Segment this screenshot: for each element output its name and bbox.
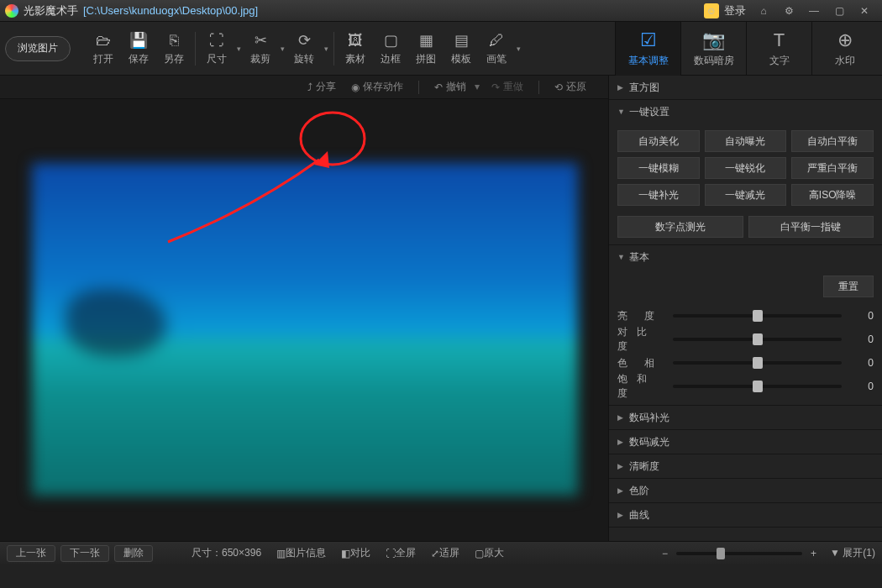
section-onekey[interactable]: ▼一键设置 [609,100,882,123]
text-icon: T [774,29,785,51]
chevron-right-icon: ▶ [617,511,624,519]
rotate-button[interactable]: ⟳旋转 [286,26,322,71]
brush-dropdown[interactable]: ▾ [514,45,522,53]
material-icon: 🖼 [348,30,363,50]
tab-watermark[interactable]: ⊕水印 [811,22,877,76]
browse-images-button[interactable]: 浏览图片 [5,36,71,61]
chevron-right-icon: ▶ [617,413,624,422]
adjust-side-panel: ▶直方图 ▼一键设置 自动美化 自动曝光 自动白平衡 一键模糊 一键锐化 严重白… [608,76,882,541]
tab-darkroom[interactable]: 📷数码暗房 [680,22,746,76]
zoom-slider[interactable] [676,552,802,555]
tab-text[interactable]: T文字 [746,22,811,76]
minimize-button[interactable]: — [801,3,827,19]
slider-thumb[interactable] [753,357,763,369]
section-curves[interactable]: ▶曲线 [609,503,882,527]
file-path: [C:\Users\kunduogx\Desktop\00.jpg] [83,4,258,17]
prev-image-button[interactable]: 上一张 [7,545,55,562]
frame-button[interactable]: ▢边框 [373,26,408,71]
section-levels[interactable]: ▶色阶 [609,479,882,502]
template-icon: ▤ [454,30,469,50]
chevron-down-icon: ▼ [617,108,624,116]
chevron-right-icon: ▶ [617,438,624,446]
auto-exposure-button[interactable]: 自动曝光 [705,130,787,152]
login-button[interactable]: 登录 [724,3,746,18]
undo-icon: ↶ [434,81,443,93]
restore-button[interactable]: ⟲还原 [554,80,586,94]
zoom-out-icon[interactable]: − [662,548,668,559]
zoom-in-icon[interactable]: + [811,548,816,559]
template-button[interactable]: ▤模板 [444,26,479,71]
brush-button[interactable]: 🖊画笔 [479,26,514,71]
expand-panel-button[interactable]: ▼ 展开(1) [830,546,875,560]
actual-icon: ▢ [475,548,484,559]
slider-thumb[interactable] [753,310,763,322]
collage-button[interactable]: ▦拼图 [408,26,444,71]
size-button[interactable]: ⛶尺寸 [199,26,234,71]
one-sharpen-button[interactable]: 一键锐化 [705,157,787,179]
crop-icon: ✂ [255,30,267,50]
chevron-right-icon: ▶ [617,462,624,470]
auto-wb-button[interactable]: 自动白平衡 [791,130,874,152]
iso-nr-button[interactable]: 高ISO降噪 [791,184,874,206]
save-icon: 💾 [129,30,148,50]
slider-thumb[interactable] [753,381,763,392]
fullscreen-button[interactable]: ⛶ 全屏 [386,546,416,560]
save-action-button[interactable]: ◉保存动作 [351,80,403,94]
section-dim-light[interactable]: ▶数码减光 [609,430,882,454]
compare-button[interactable]: ◧ 对比 [341,546,370,560]
actual-size-button[interactable]: ▢ 原大 [475,546,504,560]
slider-thumb[interactable] [717,548,725,559]
settings-button[interactable]: ⚙ [776,3,801,19]
section-basic[interactable]: ▼基本 [609,245,882,269]
section-clarity[interactable]: ▶清晰度 [609,454,882,478]
redo-icon: ↷ [491,81,500,93]
redo-button[interactable]: ↷重做 [491,80,523,94]
camera-icon: 📷 [702,29,725,51]
image-canvas[interactable] [32,163,578,496]
size-dropdown[interactable]: ▾ [234,45,243,53]
home-button[interactable]: ⌂ [751,3,776,19]
reset-button[interactable]: 重置 [823,276,874,297]
undo-button[interactable]: ↶撤销 [434,80,466,94]
crop-dropdown[interactable]: ▾ [278,45,286,53]
save-as-icon: ⎘ [170,30,179,50]
spot-meter-button[interactable]: 数字点测光 [617,216,743,238]
one-blur-button[interactable]: 一键模糊 [617,157,700,179]
auto-beautify-button[interactable]: 自动美化 [617,130,700,152]
contrast-slider[interactable]: 对 比 度 0 [617,328,874,351]
save-as-button[interactable]: ⎘另存 [156,26,192,71]
wb-finger-button[interactable]: 白平衡一指键 [748,216,874,238]
folder-open-icon: 🗁 [96,30,111,50]
hue-slider[interactable]: 色 相 0 [617,351,874,375]
slider-thumb[interactable] [753,333,763,345]
login-avatar-icon[interactable]: ☺ [704,3,719,18]
one-fill-button[interactable]: 一键补光 [617,184,700,206]
info-icon: ▥ [276,548,286,559]
one-dim-button[interactable]: 一键减光 [705,184,787,206]
fit-screen-button[interactable]: ⤢ 适屏 [431,546,459,560]
open-button[interactable]: 🗁打开 [86,26,121,71]
canvas-area[interactable] [0,99,608,541]
tab-basic-adjust[interactable]: ☑基本调整 [615,22,680,76]
brightness-slider[interactable]: 亮 度 0 [617,304,874,328]
frame-icon: ▢ [384,30,398,50]
rotate-dropdown[interactable]: ▾ [322,45,330,53]
image-info-button[interactable]: ▥ 图片信息 [276,546,326,560]
title-bar: 光影魔术手 [C:\Users\kunduogx\Desktop\00.jpg]… [0,0,882,22]
chevron-right-icon: ▶ [617,486,624,495]
saturation-slider[interactable]: 饱 和 度 0 [617,375,874,398]
next-image-button[interactable]: 下一张 [60,545,109,562]
watermark-icon: ⊕ [837,29,853,51]
material-button[interactable]: 🖼素材 [338,26,373,71]
action-subbar: ⤴分享 ◉保存动作 ↶撤销 ▾ ↷重做 ⟲还原 [0,76,608,99]
delete-image-button[interactable]: 删除 [114,545,153,562]
maximize-button[interactable]: ▢ [827,3,852,19]
section-fill-light[interactable]: ▶数码补光 [609,406,882,429]
share-icon: ⤴ [307,81,312,93]
section-histogram[interactable]: ▶直方图 [609,76,882,99]
severe-wb-button[interactable]: 严重白平衡 [791,157,874,179]
save-button[interactable]: 💾保存 [121,26,156,71]
close-button[interactable]: ✕ [852,3,877,19]
crop-button[interactable]: ✂裁剪 [243,26,278,71]
share-button[interactable]: ⤴分享 [307,80,336,94]
